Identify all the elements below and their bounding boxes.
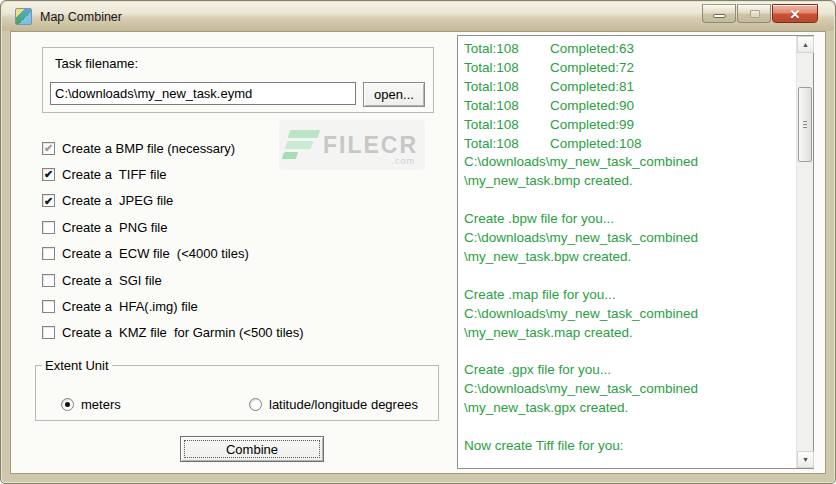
minimize-icon (713, 14, 726, 18)
extent-unit-group: Extent Unit meterslatitude/longitude deg… (35, 358, 439, 421)
checkbox[interactable] (42, 274, 55, 287)
log-line: Total:108Completed:81 (464, 78, 793, 97)
scroll-up-icon[interactable]: ▲ (797, 36, 814, 53)
checkbox-label: Create a ECW file (<4000 tiles) (62, 246, 249, 261)
check-icon: ✔ (44, 143, 53, 153)
log-scrollbar[interactable]: ▲ ▼ (796, 36, 813, 468)
checkbox[interactable] (42, 247, 55, 260)
maximize-icon (750, 10, 760, 18)
checkbox[interactable] (42, 326, 55, 339)
window-title: Map Combiner (40, 10, 122, 24)
window-controls: ✕ (701, 4, 818, 23)
scrollbar-grip-icon (803, 121, 807, 129)
checkbox-row[interactable]: Create a SGI file (42, 272, 162, 288)
watermark-text: FILECR (323, 132, 418, 159)
progress-log: Total:108Completed:63Total:108Completed:… (457, 35, 814, 469)
checkbox[interactable]: ✔ (42, 194, 55, 207)
check-icon: ✔ (44, 169, 53, 179)
checkbox-row: ✔Create a BMP file (necessary) (42, 140, 235, 156)
log-line: Create .map file for you... (464, 286, 793, 305)
log-line (464, 343, 793, 362)
checkbox-row[interactable]: ✔Create a TIFF file (42, 166, 167, 182)
progress-log-text: Total:108Completed:63Total:108Completed:… (464, 40, 793, 466)
extent-unit-label: Extent Unit (42, 358, 112, 373)
close-button[interactable]: ✕ (772, 4, 818, 23)
checkbox-row[interactable]: Create a ECW file (<4000 tiles) (42, 246, 249, 262)
open-button[interactable]: open... (363, 82, 425, 107)
dialog-client-area: Task filename: open... ✔Create a BMP fil… (10, 31, 826, 474)
checkbox-label: Create a TIFF file (62, 167, 167, 182)
radio-button[interactable] (61, 398, 74, 411)
radio-selected-dot (65, 402, 70, 407)
log-line: Total:108Completed:72 (464, 59, 793, 78)
radio-label: meters (81, 397, 121, 412)
checkbox-label: Create a KMZ file for Garmin (<500 tiles… (62, 325, 304, 340)
scroll-down-icon[interactable]: ▼ (797, 451, 814, 468)
log-line: Create .gpx file for you... (464, 361, 793, 380)
scrollbar-thumb[interactable] (798, 87, 812, 162)
combine-button[interactable]: Combine (180, 436, 324, 462)
minimize-button[interactable] (702, 4, 736, 23)
close-icon: ✕ (773, 7, 817, 22)
log-line: Create .bpw file for you... (464, 210, 793, 229)
log-line (464, 267, 793, 286)
log-line (464, 418, 793, 437)
title-bar[interactable]: Map Combiner ✕ (2, 2, 834, 31)
log-line: Now create Tiff file for you: (464, 437, 793, 456)
checkbox-label: Create a JPEG file (62, 193, 173, 208)
checkbox-row[interactable]: Create a PNG file (42, 219, 168, 235)
radio-label: latitude/longitude degrees (269, 397, 418, 412)
task-filename-input[interactable] (50, 82, 356, 105)
log-line: \my_new_task.gpx created. (464, 399, 793, 418)
log-line: C:\downloads\my_new_task_combined (464, 380, 793, 399)
checkbox[interactable] (42, 300, 55, 313)
log-line: \my_new_task.bpw created. (464, 248, 793, 267)
checkbox-label: Create a BMP file (necessary) (62, 141, 235, 156)
radio-option[interactable]: latitude/longitude degrees (249, 397, 418, 412)
app-window: Map Combiner ✕ Task filename: open... ✔C… (0, 0, 836, 484)
checkbox[interactable]: ✔ (42, 168, 55, 181)
checkbox: ✔ (42, 142, 55, 155)
checkbox-label: Create a SGI file (62, 273, 162, 288)
checkbox[interactable] (42, 221, 55, 234)
log-line: \my_new_task.map created. (464, 324, 793, 343)
log-line: \my_new_task.bmp created. (464, 172, 793, 191)
log-line: C:\downloads\my_new_task_combined (464, 153, 793, 172)
maximize-button (737, 4, 771, 23)
checkbox-row[interactable]: Create a HFA(.img) file (42, 298, 198, 314)
watermark-logo-icon (283, 128, 321, 162)
radio-button[interactable] (249, 398, 262, 411)
log-line: Total:108Completed:99 (464, 116, 793, 135)
log-line: Total:108Completed:63 (464, 40, 793, 59)
app-icon (15, 8, 32, 25)
log-line: C:\downloads\my_new_task_combined (464, 305, 793, 324)
watermark-suffix: .com (391, 156, 415, 166)
checkbox-label: Create a PNG file (62, 220, 168, 235)
task-filename-label: Task filename: (55, 56, 138, 71)
checkbox-row[interactable]: ✔Create a JPEG file (42, 193, 173, 209)
check-icon: ✔ (44, 196, 53, 206)
radio-option[interactable]: meters (61, 397, 121, 412)
checkbox-label: Create a HFA(.img) file (62, 299, 198, 314)
checkbox-row[interactable]: Create a KMZ file for Garmin (<500 tiles… (42, 325, 304, 341)
log-line: C:\downloads\my_new_task_combined (464, 229, 793, 248)
log-line: Total:108Completed:108 (464, 135, 793, 154)
log-line: Total:108Completed:90 (464, 97, 793, 116)
log-line (464, 191, 793, 210)
watermark: FILECR .com (279, 120, 425, 170)
